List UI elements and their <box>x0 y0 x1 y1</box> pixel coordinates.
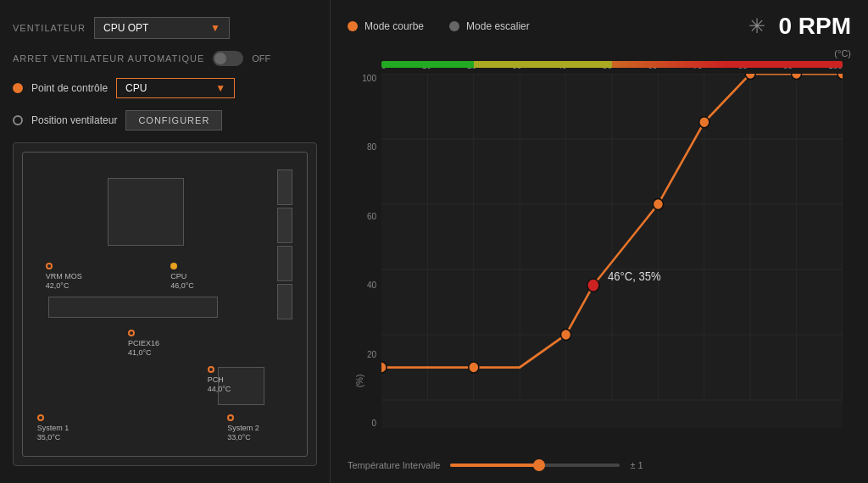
fan-dropdown[interactable]: CPU OPT ▼ <box>94 17 230 39</box>
fan-position-label: Position ventilateur <box>31 114 117 126</box>
mode-curve-option[interactable]: Mode courbe <box>348 20 424 32</box>
svg-point-24 <box>587 279 599 291</box>
mode-curve-dot <box>348 21 358 31</box>
slider-row: Température Intervalle ± 1 <box>348 460 851 470</box>
ram-slot-1 <box>277 169 292 205</box>
svg-point-22 <box>792 74 802 80</box>
sensor-pciex16: PCIEX16 41,0°C <box>128 329 159 357</box>
rpm-value: 0 RPM <box>778 13 851 40</box>
mode-stair-dot <box>449 21 459 31</box>
fan-position-indicator <box>13 115 23 125</box>
temp-unit: (°C) <box>834 48 851 58</box>
svg-point-17 <box>469 362 479 373</box>
temp-interval-slider[interactable] <box>450 464 620 467</box>
fan-dropdown-arrow: ▼ <box>210 22 220 34</box>
auto-stop-toggle[interactable] <box>213 51 243 66</box>
svg-point-19 <box>653 198 663 209</box>
motherboard-diagram: VRM MOS 42,0°C CPU 46,0°C PCIEX16 41,0°C… <box>13 142 317 466</box>
control-point-label: Point de contrôle <box>31 82 108 94</box>
temp-color-bar <box>381 61 843 68</box>
mode-curve-label: Mode courbe <box>364 20 424 32</box>
svg-point-23 <box>837 74 843 80</box>
sensor-system1: System 1 35,0°C <box>37 414 70 441</box>
slider-thumb <box>533 459 545 471</box>
auto-stop-row: ARRET VENTILATEUR AUTOMATIQUE OFF <box>13 51 317 66</box>
ram-slot-4 <box>277 284 292 319</box>
svg-point-18 <box>561 329 571 340</box>
svg-point-16 <box>381 362 387 373</box>
slider-fill <box>450 464 543 467</box>
sensor-system2: System 2 33,0°C <box>227 414 259 441</box>
sensor-pch: PCH 44,0°C <box>208 365 231 393</box>
fan-selector-row: VENTILATEUR CPU OPT ▼ <box>13 17 317 39</box>
fan-position-row: Position ventilateur CONFIGURER <box>13 110 317 130</box>
auto-stop-state: OFF <box>252 53 270 64</box>
sensor-vrm-mos: VRM MOS 42,0°C <box>46 262 82 290</box>
auto-stop-label: ARRET VENTILATEUR AUTOMATIQUE <box>13 53 204 64</box>
ram-slot-3 <box>277 246 292 281</box>
ram-slots <box>277 169 294 322</box>
control-point-arrow: ▼ <box>215 82 225 94</box>
mode-stair-label: Mode escalier <box>466 20 530 32</box>
slider-value: ± 1 <box>630 460 643 470</box>
chart-container: (°C) 0 10 20 30 40 50 60 70 80 90 100 10… <box>348 53 851 453</box>
svg-text:46°C, 35%: 46°C, 35% <box>608 270 661 284</box>
control-point-indicator <box>13 83 23 93</box>
sensor-cpu: CPU 46,0°C <box>170 262 194 290</box>
control-point-dropdown[interactable]: CPU ▼ <box>116 78 235 98</box>
ventilateur-label: VENTILATEUR <box>13 23 86 33</box>
fan-curve-chart[interactable]: 46°C, 35% <box>381 74 843 428</box>
cpu-socket <box>108 178 184 246</box>
motherboard-inner: VRM MOS 42,0°C CPU 46,0°C PCIEX16 41,0°C… <box>22 152 308 457</box>
top-controls: Mode courbe Mode escalier ✳ 0 RPM <box>348 13 851 40</box>
svg-point-20 <box>699 117 709 128</box>
fan-icon: ✳ <box>748 14 765 38</box>
slider-label: Température Intervalle <box>348 460 440 470</box>
chart-area[interactable]: 46°C, 35% <box>381 74 843 428</box>
configure-button[interactable]: CONFIGURER <box>125 110 222 130</box>
mode-stair-option[interactable]: Mode escalier <box>449 20 530 32</box>
pcie-slot <box>48 297 218 318</box>
svg-point-21 <box>745 74 755 80</box>
left-panel: VENTILATEUR CPU OPT ▼ ARRET VENTILATEUR … <box>0 0 331 483</box>
control-point-row: Point de contrôle CPU ▼ <box>13 78 317 98</box>
rpm-display: ✳ 0 RPM <box>748 13 851 40</box>
ram-slot-2 <box>277 208 292 243</box>
right-panel: Mode courbe Mode escalier ✳ 0 RPM (°C) 0… <box>331 0 868 483</box>
pct-axis-label: (%) <box>348 359 373 386</box>
